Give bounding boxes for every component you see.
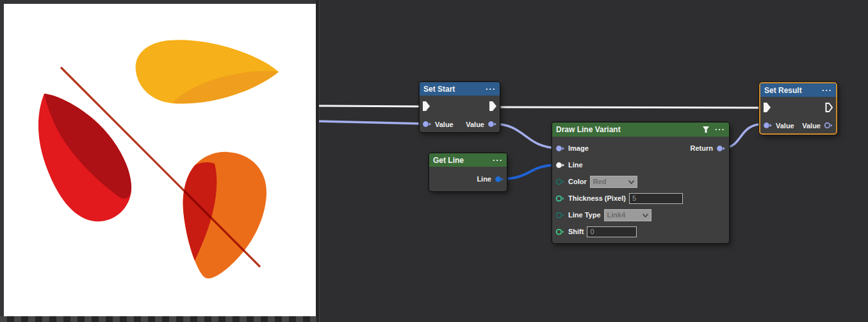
color-label: Color — [568, 178, 587, 185]
shift-label: Shift — [568, 228, 584, 235]
chevron-down-icon — [643, 211, 648, 219]
line-input-label: Line — [568, 161, 583, 169]
return-output-pin[interactable] — [716, 145, 726, 152]
value-output-pin[interactable] — [487, 121, 497, 128]
color-input-pin[interactable] — [555, 178, 565, 185]
value-wire-left-to-set-start[interactable] — [319, 121, 427, 124]
node-editor-stage: Set Start ··· Value Value — [0, 0, 868, 322]
return-output-label: Return — [691, 144, 713, 152]
value-input-pin[interactable] — [763, 122, 773, 129]
node-menu-icon[interactable]: ··· — [715, 126, 725, 133]
node-title: Get Line — [433, 156, 464, 165]
exec-output-pin[interactable] — [825, 102, 833, 113]
image-input-label: Image — [568, 144, 589, 152]
line-type-dropdown-value: Link4 — [607, 211, 643, 219]
value-output-label: Value — [802, 122, 821, 130]
node-get-line-header[interactable]: Get Line ··· — [429, 153, 507, 167]
shift-input[interactable] — [587, 226, 637, 237]
node-menu-icon[interactable]: ··· — [493, 157, 503, 164]
line-input-pin[interactable] — [555, 162, 565, 169]
value-output-label: Value — [466, 121, 484, 128]
exec-input-pin[interactable] — [422, 101, 430, 112]
image-input-pin[interactable] — [555, 145, 565, 152]
node-set-result[interactable]: Set Result ··· Value Value — [759, 82, 837, 135]
node-menu-icon[interactable]: ··· — [822, 87, 832, 94]
line-type-label: Line Type — [568, 211, 601, 219]
funnel-icon — [702, 126, 710, 133]
line-wire-get-line-to-line[interactable] — [500, 165, 560, 179]
node-title: Draw Line Variant — [556, 125, 621, 134]
thickness-label: Thickness (Pixel) — [568, 194, 626, 202]
value-wire-set-start-to-image[interactable] — [493, 124, 560, 148]
value-input-label: Value — [435, 121, 454, 128]
exec-output-pin[interactable] — [489, 101, 497, 112]
node-menu-icon[interactable]: ··· — [486, 86, 496, 92]
node-title: Set Start — [423, 85, 455, 94]
line-type-dropdown[interactable]: Link4 — [604, 209, 651, 221]
node-get-line[interactable]: Get Line ··· Line — [429, 153, 507, 191]
line-type-input-pin[interactable] — [555, 212, 565, 219]
color-dropdown-value: Red — [593, 178, 628, 185]
node-draw-line-variant[interactable]: Draw Line Variant ··· Image Return Line — [552, 123, 729, 243]
chevron-down-icon — [628, 178, 634, 185]
value-output-pin[interactable] — [824, 122, 833, 129]
node-title: Set Result — [764, 86, 802, 95]
shift-input-pin[interactable] — [555, 228, 565, 235]
thickness-input-pin[interactable] — [555, 195, 565, 202]
value-input-label: Value — [776, 122, 794, 130]
color-dropdown[interactable]: Red — [590, 176, 637, 188]
node-draw-line-variant-header[interactable]: Draw Line Variant ··· — [552, 123, 729, 137]
exec-wire-left-to-set-start[interactable] — [319, 106, 425, 106]
node-set-result-header[interactable]: Set Result ··· — [760, 83, 836, 97]
node-set-start-header[interactable]: Set Start ··· — [420, 82, 500, 96]
thickness-input[interactable] — [629, 193, 683, 204]
node-set-start[interactable]: Set Start ··· Value Value — [420, 82, 500, 132]
value-input-pin[interactable] — [422, 121, 432, 128]
line-output-label: Line — [477, 175, 491, 183]
line-output-pin[interactable] — [495, 176, 504, 183]
exec-wire-set-start-to-set-result[interactable] — [494, 107, 764, 108]
exec-input-pin[interactable] — [763, 102, 771, 113]
